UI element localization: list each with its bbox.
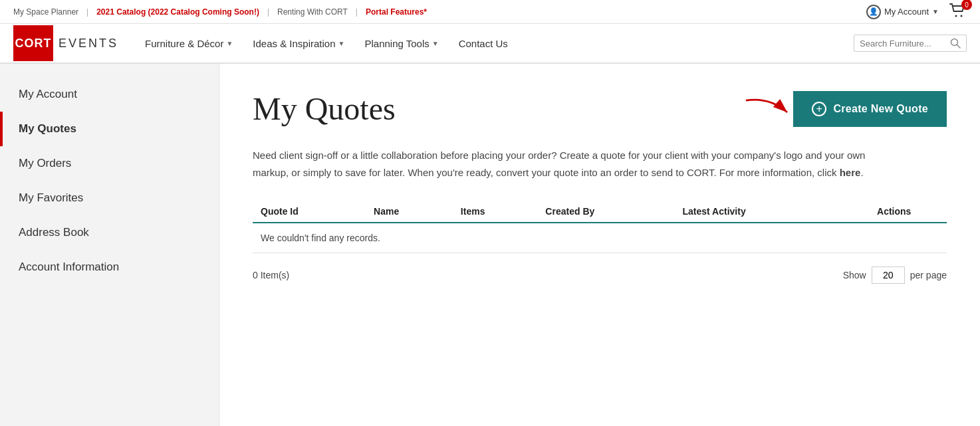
main-nav: CORT EVENTS Furniture & Décor ▼ Ideas & … [0,24,980,64]
per-page-input[interactable] [872,266,905,284]
create-new-quote-button[interactable]: + Create New Quote [793,91,947,127]
table-footer: 0 Item(s) Show per page [253,266,947,284]
page-title: My Quotes [253,90,396,127]
logo-text: EVENTS [59,37,118,51]
search-wrapper[interactable] [854,35,967,52]
create-button-wrapper: + Create New Quote [793,91,947,127]
empty-message: We couldn't find any records. [253,223,947,253]
logo[interactable]: CORT EVENTS [13,25,118,61]
nav-contact[interactable]: Contact Us [459,38,508,49]
chevron-furniture: ▼ [226,40,233,47]
sidebar: My Account My Quotes My Orders My Favori… [0,64,219,426]
search-input[interactable] [860,39,946,49]
col-quote-id: Quote Id [253,201,366,223]
item-count: 0 Item(s) [253,270,289,280]
chevron-planning: ▼ [432,40,439,47]
sidebar-item-address-book[interactable]: Address Book [0,215,219,250]
account-link[interactable]: 👤 My Account ▼ [866,5,939,19]
account-chevron: ▼ [932,8,939,15]
nav-links: Furniture & Décor ▼ Ideas & Inspiration … [145,35,967,52]
nav-planning[interactable]: Planning Tools ▼ [364,38,438,49]
col-name: Name [366,201,453,223]
col-latest-activity: Latest Activity [674,201,841,223]
per-page-label: per page [910,270,947,280]
main-content: My Quotes + Create New Quote [219,64,980,426]
svg-point-0 [955,15,957,17]
col-items: Items [453,201,538,223]
account-label: My Account [884,7,929,17]
top-link-portal[interactable]: Portal Features* [366,7,427,17]
table-empty-row: We couldn't find any records. [253,223,947,253]
separator-2: | [267,7,269,17]
top-link-renting[interactable]: Renting With CORT [277,7,348,17]
sidebar-item-my-account[interactable]: My Account [0,77,219,112]
separator-3: | [356,7,358,17]
account-icon: 👤 [866,5,881,19]
svg-line-3 [957,45,961,49]
cart-wrapper[interactable]: 0 [949,3,967,20]
chevron-ideas: ▼ [338,40,345,47]
top-link-space-planner[interactable]: My Space Planner [13,7,78,17]
description-link[interactable]: here [840,167,861,178]
table-body: We couldn't find any records. [253,223,947,253]
sidebar-item-account-information[interactable]: Account Information [0,250,219,284]
sidebar-item-my-quotes[interactable]: My Quotes [0,112,219,146]
plus-circle-icon: + [812,102,826,116]
svg-point-1 [961,15,963,17]
col-actions: Actions [841,201,947,223]
col-created-by: Created By [537,201,674,223]
sidebar-item-my-favorites[interactable]: My Favorites [0,181,219,215]
top-bar: My Space Planner | 2021 Catalog (2022 Ca… [0,0,980,24]
table-header: Quote Id Name Items Created By Latest Ac… [253,201,947,223]
separator-1: | [86,7,88,17]
nav-ideas[interactable]: Ideas & Inspiration ▼ [253,38,344,49]
annotation-arrow [740,96,793,122]
page-header: My Quotes + Create New Quote [253,90,947,127]
description-text: Need client sign-off or a little collabo… [253,147,884,181]
show-label: Show [843,270,866,280]
per-page-wrapper: Show per page [843,266,947,284]
create-button-label: Create New Quote [833,103,928,115]
quotes-table: Quote Id Name Items Created By Latest Ac… [253,201,947,253]
top-bar-right: 👤 My Account ▼ 0 [866,3,967,20]
layout: My Account My Quotes My Orders My Favori… [0,64,980,426]
logo-brand: CORT [13,25,53,61]
cart-badge: 0 [961,0,972,10]
search-icon [950,38,961,49]
top-link-catalog[interactable]: 2021 Catalog (2022 Catalog Coming Soon!) [96,7,259,17]
sidebar-item-my-orders[interactable]: My Orders [0,146,219,181]
top-bar-links: My Space Planner | 2021 Catalog (2022 Ca… [13,7,427,17]
nav-furniture[interactable]: Furniture & Décor ▼ [145,38,233,49]
